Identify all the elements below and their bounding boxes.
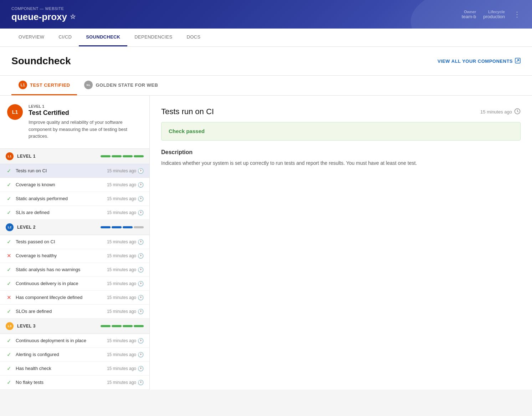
check-passed-box: Check passed	[161, 122, 521, 141]
l1-seg-3	[123, 155, 133, 157]
check-time: 15 minutes ago 🕐	[107, 210, 144, 215]
check-pass-icon: ✓	[6, 267, 12, 273]
main-layout: L1 LEVEL 1 Test Certified Improve qualit…	[0, 96, 532, 390]
lifecycle-value: production	[483, 14, 505, 19]
check-passed-text: Check passed	[169, 128, 205, 134]
owner-label: Owner	[464, 10, 476, 14]
level-2-header: L2 LEVEL 2	[0, 220, 149, 235]
check-fail-icon: ✕	[6, 253, 12, 259]
check-time: 15 minutes ago 🕐	[107, 309, 144, 314]
check-tests-passed-ci[interactable]: ✓ Tests passed on CI 15 minutes ago 🕐	[0, 235, 149, 249]
level-info-description: Improve quality and reliability of your …	[29, 119, 142, 140]
check-label: Tests run on CI	[16, 168, 103, 173]
l1-label: LEVEL 1	[17, 154, 97, 159]
owner-meta: Owner team-b	[462, 10, 476, 19]
check-label: Tests passed on CI	[16, 239, 103, 244]
check-label: Has component lifecycle defined	[16, 295, 103, 300]
view-all-label: VIEW ALL YOUR COMPONENTS	[438, 59, 513, 64]
nav-tab-overview[interactable]: OVERVIEW	[11, 29, 51, 46]
golden-state-badge: NL	[84, 81, 93, 89]
check-pass-icon: ✓	[6, 351, 12, 358]
l2-seg-4	[134, 226, 144, 228]
description-text: Indicates whether your system is set up …	[161, 159, 521, 167]
check-time: 15 minutes ago 🕐	[107, 380, 144, 385]
check-tests-run-on-ci[interactable]: ✓ Tests run on CI 15 minutes ago 🕐	[0, 164, 149, 178]
nav-tab-dependencies[interactable]: DEPENDENCIES	[127, 29, 179, 46]
right-panel: Tests run on CI 15 minutes ago Check pas…	[150, 96, 532, 390]
check-label: Coverage is known	[16, 182, 103, 187]
l1-seg-2	[112, 155, 122, 157]
l2-badge: L2	[6, 223, 14, 231]
header: COMPONENT — WEBSITE queue-proxy ☆ Owner …	[0, 0, 532, 29]
clock-icon: 🕐	[138, 196, 144, 202]
check-pass-icon: ✓	[6, 196, 12, 202]
l2-seg-3	[123, 226, 133, 228]
check-coverage-known[interactable]: ✓ Coverage is known 15 minutes ago 🕐	[0, 178, 149, 192]
check-label: SLIs are defined	[16, 210, 103, 215]
description-section: Description Indicates whether your syste…	[161, 149, 521, 167]
right-clock-icon	[514, 108, 521, 116]
clock-icon: 🕐	[138, 338, 144, 344]
check-label: Alerting is configured	[16, 352, 103, 357]
check-continuous-deployment[interactable]: ✓ Continuous deployment is in place 15 m…	[0, 334, 149, 348]
l2-seg-1	[101, 226, 111, 228]
check-slis-defined[interactable]: ✓ SLIs are defined 15 minutes ago 🕐	[0, 206, 149, 220]
check-label: Static analysis performed	[16, 196, 103, 201]
check-pass-icon: ✓	[6, 379, 12, 386]
check-time: 15 minutes ago 🕐	[107, 352, 144, 357]
nav-tab-cicd[interactable]: CI/CD	[51, 29, 79, 46]
clock-icon: 🕐	[138, 309, 144, 314]
check-no-flaky-tests[interactable]: ✓ No flaky tests 15 minutes ago 🕐	[0, 376, 149, 390]
clock-icon: 🕐	[138, 366, 144, 371]
check-static-analysis-performed[interactable]: ✓ Static analysis performed 15 minutes a…	[0, 192, 149, 206]
check-label: SLOs are defined	[16, 309, 103, 314]
check-label: Continuous deployment is in place	[16, 338, 103, 343]
check-time: 15 minutes ago 🕐	[107, 295, 144, 300]
nav-tab-soundcheck[interactable]: SOUNDCHECK	[79, 29, 127, 46]
check-coverage-healthy[interactable]: ✕ Coverage is healthy 15 minutes ago 🕐	[0, 249, 149, 263]
check-slos-defined[interactable]: ✓ SLOs are defined 15 minutes ago 🕐	[0, 305, 149, 319]
section-tab-golden-state[interactable]: NL GOLDEN STATE FOR WEB	[77, 76, 165, 95]
left-panel: L1 LEVEL 1 Test Certified Improve qualit…	[0, 96, 150, 390]
right-time: 15 minutes ago	[480, 108, 521, 116]
more-icon[interactable]: ⋮	[513, 10, 521, 19]
l1-progress	[101, 155, 144, 157]
check-label: No flaky tests	[16, 380, 103, 385]
check-health-check[interactable]: ✓ Has health check 15 minutes ago 🕐	[0, 362, 149, 376]
l1-seg-4	[134, 155, 144, 157]
star-icon[interactable]: ☆	[70, 13, 76, 21]
check-static-no-warnings[interactable]: ✓ Static analysis has no warnings 15 min…	[0, 263, 149, 277]
header-meta: Owner team-b Lifecycle production	[462, 10, 505, 19]
check-time: 15 minutes ago 🕐	[107, 253, 144, 259]
l3-badge: L3	[6, 322, 14, 330]
check-pass-icon: ✓	[6, 182, 12, 188]
clock-icon: 🕐	[138, 168, 144, 174]
check-pass-icon: ✓	[6, 280, 12, 287]
check-pass-icon: ✓	[6, 239, 12, 245]
app-name: queue-proxy	[11, 11, 67, 22]
clock-icon: 🕐	[138, 253, 144, 259]
level-info-card: L1 LEVEL 1 Test Certified Improve qualit…	[0, 96, 149, 149]
nav-tab-docs[interactable]: DOCS	[179, 29, 208, 46]
test-certified-badge: L1	[19, 81, 27, 89]
check-time: 15 minutes ago 🕐	[107, 267, 144, 273]
check-fail-icon: ✕	[6, 294, 12, 301]
page-title: Soundcheck	[11, 55, 71, 67]
level-badge-large: L1	[7, 104, 23, 120]
check-alerting-configured[interactable]: ✓ Alerting is configured 15 minutes ago …	[0, 348, 149, 362]
l3-seg-4	[134, 325, 144, 327]
l3-seg-2	[112, 325, 122, 327]
check-lifecycle-defined[interactable]: ✕ Has component lifecycle defined 15 min…	[0, 291, 149, 305]
view-all-link[interactable]: VIEW ALL YOUR COMPONENTS	[438, 58, 521, 65]
view-all-icon	[515, 58, 521, 65]
check-pass-icon: ✓	[6, 308, 12, 315]
l3-seg-1	[101, 325, 111, 327]
check-pass-icon: ✓	[6, 168, 12, 174]
lifecycle-meta: Lifecycle production	[483, 10, 505, 19]
l2-label: LEVEL 2	[17, 225, 97, 230]
l2-progress	[101, 226, 144, 228]
golden-state-label: GOLDEN STATE FOR WEB	[96, 82, 158, 88]
check-continuous-delivery[interactable]: ✓ Continuous delivery is in place 15 min…	[0, 277, 149, 291]
check-label: Continuous delivery is in place	[16, 281, 103, 286]
section-tab-test-certified[interactable]: L1 TEST CERTIFIED	[11, 76, 77, 95]
